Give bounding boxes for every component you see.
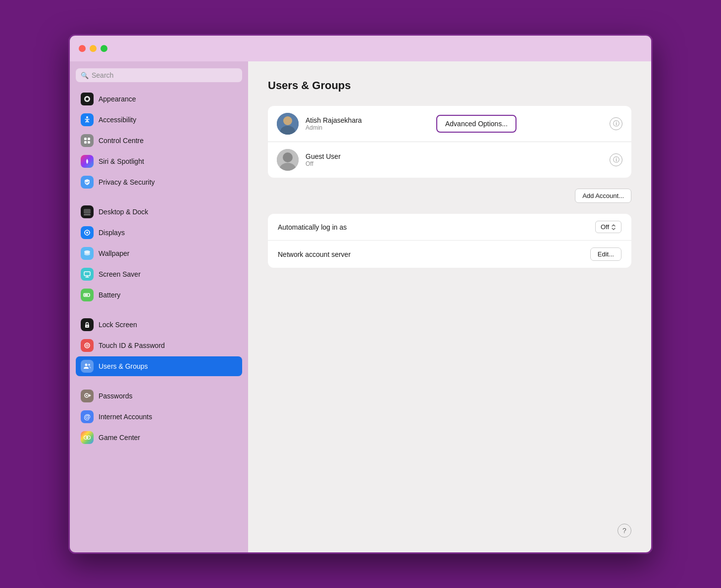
system-preferences-window: 🔍 Appearance Accessibility bbox=[68, 34, 653, 554]
screen-saver-icon bbox=[81, 268, 94, 281]
advanced-options-button[interactable]: Advanced Options... bbox=[436, 115, 516, 133]
network-server-edit-button[interactable]: Edit... bbox=[590, 247, 621, 261]
svg-point-21 bbox=[86, 395, 88, 396]
settings-row-auto-login: Automatically log in as Off bbox=[268, 214, 631, 241]
search-box[interactable]: 🔍 bbox=[76, 68, 242, 82]
lock-screen-label: Lock Screen bbox=[99, 321, 137, 329]
page-title: Users & Groups bbox=[268, 79, 631, 92]
network-server-value: Edit... bbox=[590, 247, 621, 261]
battery-label: Battery bbox=[99, 291, 120, 299]
passwords-icon bbox=[81, 390, 94, 402]
svg-rect-13 bbox=[85, 294, 88, 296]
wallpaper-label: Wallpaper bbox=[99, 249, 130, 257]
svg-rect-8 bbox=[84, 214, 91, 215]
add-account-button[interactable]: Add Account... bbox=[575, 189, 631, 203]
privacy-icon bbox=[81, 176, 94, 189]
help-button[interactable]: ? bbox=[618, 524, 631, 538]
sidebar-item-passwords[interactable]: Passwords bbox=[76, 386, 242, 406]
users-groups-label: Users & Groups bbox=[99, 362, 148, 370]
users-card: Atish Rajasekhara Admin Advanced Options… bbox=[268, 106, 631, 178]
svg-point-18 bbox=[87, 345, 88, 346]
wallpaper-icon bbox=[81, 247, 94, 260]
svg-point-15 bbox=[87, 326, 88, 327]
control-centre-icon bbox=[81, 134, 94, 147]
avatar-img-guest bbox=[277, 149, 299, 171]
svg-point-20 bbox=[88, 364, 90, 366]
user-row-guest: Guest User Off ⓘ bbox=[268, 142, 631, 178]
desktop-dock-label: Desktop & Dock bbox=[99, 208, 148, 216]
battery-icon bbox=[81, 289, 94, 301]
user-info-guest: Guest User Off bbox=[306, 152, 603, 167]
appearance-label: Appearance bbox=[99, 95, 136, 103]
settings-card: Automatically log in as Off Network a bbox=[268, 214, 631, 268]
siri-label: Siri & Spotlight bbox=[99, 157, 144, 165]
avatar-guest bbox=[277, 149, 299, 171]
privacy-label: Privacy & Security bbox=[99, 178, 155, 186]
svg-point-19 bbox=[85, 364, 88, 366]
sidebar-item-internet-accounts[interactable]: @ Internet Accounts bbox=[76, 407, 242, 427]
sidebar-item-control-centre[interactable]: Control Centre bbox=[76, 131, 242, 150]
user-info-button-guest[interactable]: ⓘ bbox=[610, 153, 622, 166]
internet-accounts-icon: @ bbox=[81, 410, 94, 423]
sidebar-item-touchid[interactable]: Touch ID & Password bbox=[76, 336, 242, 355]
siri-icon bbox=[81, 155, 94, 168]
appearance-icon bbox=[81, 93, 94, 105]
user-row-atish: Atish Rajasekhara Admin Advanced Options… bbox=[268, 106, 631, 142]
sidebar-item-lock-screen[interactable]: Lock Screen bbox=[76, 315, 242, 335]
svg-point-2 bbox=[86, 116, 88, 118]
sidebar-item-battery[interactable]: Battery bbox=[76, 285, 242, 305]
search-icon: 🔍 bbox=[81, 72, 89, 79]
sidebar-item-accessibility[interactable]: Accessibility bbox=[76, 110, 242, 130]
info-icon-atish: ⓘ bbox=[613, 119, 619, 128]
traffic-lights bbox=[79, 45, 107, 52]
displays-label: Displays bbox=[99, 229, 125, 237]
sidebar-item-displays[interactable]: Displays bbox=[76, 223, 242, 243]
sidebar-item-game-center[interactable]: Game Center bbox=[76, 428, 242, 447]
displays-icon bbox=[81, 226, 94, 239]
user-name-guest: Guest User bbox=[306, 152, 603, 160]
lock-screen-icon bbox=[81, 318, 94, 331]
control-centre-label: Control Centre bbox=[99, 137, 144, 145]
help-icon: ? bbox=[622, 527, 626, 535]
svg-rect-6 bbox=[88, 141, 90, 144]
users-groups-icon bbox=[81, 360, 94, 373]
touchid-icon bbox=[81, 339, 94, 352]
svg-point-25 bbox=[283, 116, 292, 125]
avatar-atish bbox=[277, 113, 299, 135]
sidebar: 🔍 Appearance Accessibility bbox=[70, 61, 248, 552]
sidebar-item-privacy[interactable]: Privacy & Security bbox=[76, 172, 242, 192]
auto-login-value: Off bbox=[595, 221, 621, 233]
sidebar-item-siri[interactable]: Siri & Spotlight bbox=[76, 151, 242, 171]
titlebar bbox=[70, 36, 651, 61]
passwords-label: Passwords bbox=[99, 392, 132, 400]
maximize-button[interactable] bbox=[101, 45, 107, 52]
accessibility-icon bbox=[81, 113, 94, 126]
svg-rect-4 bbox=[88, 138, 90, 140]
accessibility-label: Accessibility bbox=[99, 116, 136, 124]
user-info-button-atish[interactable]: ⓘ bbox=[610, 117, 622, 130]
main-panel: Users & Groups bbox=[248, 61, 651, 552]
internet-accounts-label: Internet Accounts bbox=[99, 413, 152, 421]
auto-login-stepper[interactable]: Off bbox=[595, 221, 621, 233]
svg-point-10 bbox=[86, 232, 88, 234]
sidebar-item-screen-saver[interactable]: Screen Saver bbox=[76, 264, 242, 284]
main-content: 🔍 Appearance Accessibility bbox=[70, 61, 651, 552]
sidebar-item-appearance[interactable]: Appearance bbox=[76, 89, 242, 109]
network-server-label: Network account server bbox=[278, 250, 351, 258]
svg-point-28 bbox=[283, 152, 293, 162]
user-role-guest: Off bbox=[306, 160, 603, 167]
sidebar-item-users-groups[interactable]: Users & Groups bbox=[76, 356, 242, 376]
sidebar-items-list: Appearance Accessibility Control Centre bbox=[76, 89, 242, 447]
close-button[interactable] bbox=[79, 45, 86, 52]
search-input[interactable] bbox=[92, 71, 237, 79]
screen-saver-label: Screen Saver bbox=[99, 270, 141, 278]
svg-rect-5 bbox=[84, 141, 87, 144]
info-icon-guest: ⓘ bbox=[613, 155, 619, 164]
sidebar-item-wallpaper[interactable]: Wallpaper bbox=[76, 244, 242, 263]
minimize-button[interactable] bbox=[90, 45, 97, 52]
touchid-label: Touch ID & Password bbox=[99, 342, 165, 349]
svg-rect-11 bbox=[84, 272, 90, 276]
add-account-row: Add Account... bbox=[268, 189, 631, 203]
svg-point-1 bbox=[86, 98, 89, 100]
sidebar-item-desktop-dock[interactable]: Desktop & Dock bbox=[76, 202, 242, 222]
